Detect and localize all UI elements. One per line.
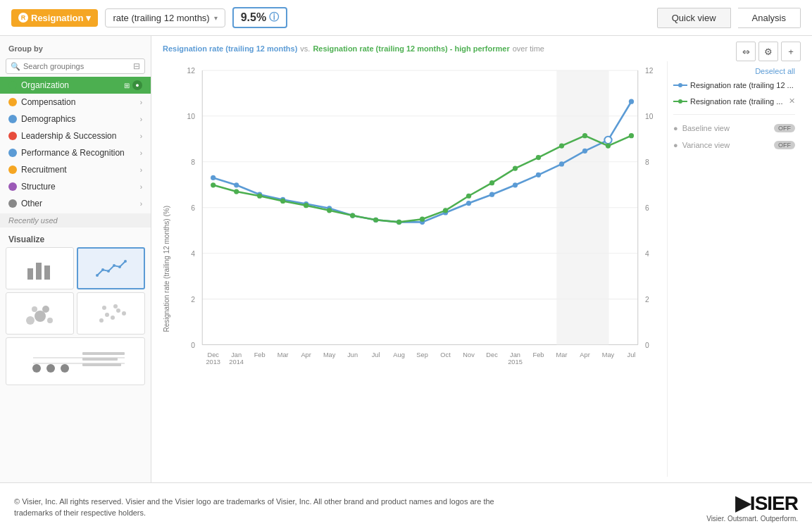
svg-rect-2 [44,266,50,280]
resignation-button[interactable]: R Resignation ▾ [11,9,98,27]
footer-copyright: © Visier, Inc. All rights reserved. Visi… [14,496,507,519]
svg-point-14 [99,318,104,323]
vis-combo-chart[interactable] [6,337,145,385]
svg-text:Aug: Aug [393,351,405,358]
sidebar-item-performance[interactable]: Performance & Recognition › [0,144,151,161]
svg-text:May: May [602,351,615,358]
content-area: Group by 🔍 ⊟ Organization ⊞ ● [0,36,812,482]
svg-point-4 [101,268,104,271]
svg-text:12: 12 [645,67,654,75]
legend-green-close[interactable]: ✕ [789,96,795,106]
svg-point-113 [629,133,634,138]
svg-point-17 [116,308,120,313]
svg-text:8: 8 [191,158,195,166]
svg-point-94 [629,99,634,104]
legend-green: Resignation rate (trailing ... ✕ [673,95,795,107]
sidebar-item-structure[interactable]: Structure › [0,178,151,195]
visier-logo: ▶ISIER Visier. Outsmart. Outperform. [706,492,798,523]
chart-container: Resignation rate (trailing 12 months) vs… [151,36,812,482]
sidebar-item-leadership[interactable]: Leadership & Succession › [0,127,151,144]
logo-mark: ▶ISIER [735,492,798,515]
dropdown-arrow: ▾ [86,13,91,23]
sidebar-item-demographics[interactable]: Demographics › [0,111,151,127]
variance-label: Variance view [682,141,730,149]
vis-line-chart[interactable] [77,247,145,289]
deselect-all[interactable]: Deselect all [673,67,795,75]
svg-text:Mar: Mar [556,351,568,358]
perf-arrow: › [140,149,142,157]
grid-icon: ⊞ [124,82,130,89]
org-label: Organization [21,80,69,90]
struct-label: Structure [21,182,56,192]
svg-rect-26 [82,352,125,355]
svg-point-105 [443,208,448,213]
other-arrow: › [140,200,142,208]
svg-text:Apr: Apr [580,351,589,358]
svg-point-107 [489,180,494,185]
variance-toggle-row: ● Variance view OFF [673,139,795,151]
svg-text:4: 4 [191,250,195,258]
svg-point-96 [234,189,239,194]
sidebar-item-compensation[interactable]: Compensation › [0,94,151,111]
green-line-icon [673,98,687,105]
quick-view-button[interactable]: Quick view [657,8,731,28]
analysis-button[interactable]: Analysis [738,8,801,28]
lead-dot [8,132,17,140]
vis-scatter-plot[interactable] [77,292,145,335]
group-by-label: Group by [0,42,151,56]
resize-tool-button[interactable]: ⇔ [736,42,756,61]
svg-point-110 [559,144,564,149]
svg-text:Jul: Jul [627,351,636,358]
svg-point-106 [466,194,471,199]
other-dot [8,199,17,208]
metric-select[interactable]: rate (trailing 12 months) ▾ [105,8,225,27]
visualize-label: Visualize [0,229,151,247]
svg-point-12 [32,306,37,312]
sidebar-item-other[interactable]: Other › [0,195,151,212]
baseline-toggle-row: ● Baseline view OFF [673,122,795,135]
recr-dot [8,165,17,174]
filter-icon[interactable]: ⊟ [133,61,140,71]
vis-bar-chart[interactable] [6,247,74,289]
svg-point-10 [35,311,46,322]
svg-text:Dec: Dec [207,351,219,358]
main-chart-svg: 12 10 8 6 4 2 0 12 10 8 6 4 2 [173,61,667,413]
svg-text:8: 8 [645,158,649,166]
perf-dot [8,149,17,157]
svg-text:Mar: Mar [277,351,289,358]
other-label: Other [21,199,42,208]
variance-dot: ● [673,141,678,149]
legend-blue: Resignation rate (trailing 12 ... [673,80,795,91]
svg-point-115 [678,83,682,87]
org-dot [8,81,17,89]
top-bar: R Resignation ▾ rate (trailing 12 months… [0,0,812,36]
baseline-dot: ● [673,124,678,132]
baseline-toggle[interactable]: OFF [774,124,795,132]
chart-tools: ⇔ ⚙ + [736,42,801,61]
svg-point-11 [47,318,53,323]
sidebar-item-organization[interactable]: Organization ⊞ ● [0,77,151,94]
svg-text:2014: 2014 [229,358,244,366]
recr-label: Recruitment [21,165,67,175]
svg-text:Feb: Feb [533,351,544,358]
svg-text:May: May [323,351,336,358]
settings-tool-button[interactable]: ⚙ [758,42,778,61]
sidebar: Group by 🔍 ⊟ Organization ⊞ ● [0,36,151,482]
logo-text: ISIER [750,492,798,515]
svg-point-15 [105,313,109,317]
svg-point-99 [304,203,308,208]
search-input[interactable] [23,62,133,70]
sidebar-item-recruitment[interactable]: Recruitment › [0,161,151,178]
svg-point-3 [96,274,99,277]
svg-text:2: 2 [645,296,649,304]
info-icon[interactable]: ⓘ [269,11,279,24]
vis-bubble-chart[interactable] [6,292,74,335]
y-axis-label: Resignation rate (trailing 12 months) (%… [163,206,170,332]
svg-point-9 [26,316,35,325]
svg-point-91 [559,161,564,166]
svg-point-18 [122,311,126,316]
svg-point-16 [111,316,115,320]
logo-sub: Visier. Outsmart. Outperform. [706,515,798,523]
add-tool-button[interactable]: + [781,42,801,61]
variance-toggle[interactable]: OFF [774,141,795,149]
